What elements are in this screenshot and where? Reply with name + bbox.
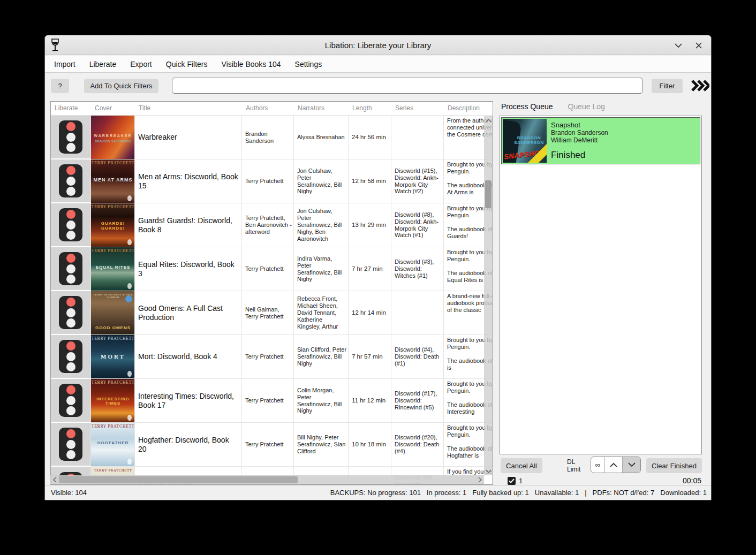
- cover-author-text: TERRY PRATCHETT: [91, 469, 135, 473]
- help-button[interactable]: ?: [51, 79, 69, 93]
- menu-import[interactable]: Import: [47, 56, 82, 73]
- table-row[interactable]: WARBREAKER BRANDON SANDERSON Warbreaker …: [51, 116, 493, 159]
- red-light: [66, 254, 75, 263]
- col-header-cover[interactable]: Cover: [91, 102, 135, 115]
- cover-title-text: EQUAL RITES: [91, 265, 135, 270]
- table-row[interactable]: TERRY PRATCHETT HOGFATHER Hogfather: Dis…: [51, 423, 493, 467]
- cover-subtitle-text: BRANDON SANDERSON: [91, 140, 135, 143]
- grid-vertical-scrollbar[interactable]: [484, 116, 493, 475]
- cover-cell: WARBREAKER BRANDON SANDERSON: [91, 116, 135, 159]
- length-cell: 7 hr 27 min: [349, 247, 391, 291]
- filter-button[interactable]: Filter: [652, 79, 683, 93]
- menu-visible-books[interactable]: Visible Books 104: [215, 56, 288, 73]
- title-cell: Good Omens: A Full Cast Production: [135, 291, 242, 335]
- table-row[interactable]: TERRY PRATCHETT EQUAL RITES Equal Rites:…: [51, 247, 493, 291]
- cover-title-text: GOOD OMENS: [91, 326, 135, 331]
- liberate-status-icon[interactable]: [59, 428, 82, 461]
- green-light: [66, 275, 75, 284]
- menu-settings[interactable]: Settings: [288, 56, 329, 73]
- grid-horizontal-scrollbar[interactable]: [50, 475, 484, 484]
- liberate-cell: [51, 203, 91, 247]
- cover-cell: TERRY PRATCHETT & NEIL GAIMAN GOOD OMENS: [91, 291, 135, 335]
- menu-liberate[interactable]: Liberate: [82, 56, 124, 73]
- tab-queue-log[interactable]: Queue Log: [568, 102, 605, 111]
- spinner-up-button[interactable]: [605, 457, 623, 473]
- menu-export[interactable]: Export: [123, 56, 158, 73]
- red-light: [66, 341, 75, 351]
- green-light: [66, 187, 75, 196]
- menu-quick-filters[interactable]: Quick Filters: [159, 56, 215, 73]
- cover-cell: TERRY PRATCHETT HOGFATHER: [91, 423, 135, 467]
- table-row[interactable]: TERRY PRATCHETT MORT Mort: Discworld, Bo…: [51, 335, 493, 379]
- green-light: [66, 450, 75, 459]
- liberate-cell: [51, 116, 91, 159]
- scroll-right-icon[interactable]: [475, 475, 484, 484]
- cover-title-text: WARBREAKER: [91, 134, 135, 138]
- queue-item-status: Finished: [551, 150, 585, 161]
- narrators-cell: Indira Varma, Peter Serafinowicz, Bill N…: [294, 247, 349, 291]
- scroll-left-icon[interactable]: [50, 475, 59, 484]
- series-cell: Discworld (#8), Discworld: Ankh-Morpork …: [391, 203, 444, 247]
- col-header-length[interactable]: Length: [349, 102, 391, 115]
- col-header-authors[interactable]: Authors: [242, 102, 294, 115]
- liberate-status-icon[interactable]: [59, 120, 82, 154]
- liberate-cell: [51, 335, 91, 379]
- vertical-scroll-thumb[interactable]: [485, 180, 492, 208]
- narrators-cell: Alyssa Bresnahan: [294, 116, 349, 159]
- series-cell: Discworld (#20), Discworld: Death (#4): [391, 423, 444, 467]
- process-queue-list: BRANDON SANDERSON SNAPSHOT Snapshot Bran…: [500, 116, 702, 454]
- series-cell: Discworld (#15), Discworld: Ankh-Morpork…: [391, 159, 444, 203]
- length-cell: 13 hr 29 min: [349, 203, 391, 247]
- liberate-status-icon[interactable]: [59, 252, 82, 285]
- window-title: Libation: Liberate your Library: [45, 41, 711, 50]
- narrators-cell: Jon Culshaw, Peter Serafinowicz, Bill Ni…: [294, 159, 349, 203]
- series-cell: Discworld (#3), Discworld: Witches (#1): [391, 247, 444, 291]
- title-cell: Men at Arms: Discworld, Book 15: [135, 159, 242, 203]
- spinner-down-button[interactable]: [623, 457, 640, 473]
- liberate-status-icon[interactable]: [59, 340, 82, 373]
- liberate-status-icon[interactable]: [59, 208, 82, 241]
- status-in-process: In process: 1: [427, 489, 466, 497]
- scroll-up-icon[interactable]: [484, 116, 493, 125]
- book-cover: TERRY PRATCHETT INTERESTING TIMES: [91, 379, 135, 423]
- col-header-description[interactable]: Description: [444, 102, 493, 115]
- cover-title-text: GUARDS! GUARDS!: [91, 222, 135, 231]
- add-to-quick-filters-button[interactable]: Add To Quick Filters: [84, 79, 158, 93]
- authors-cell: Terry Pratchett: [242, 423, 294, 467]
- wine-glass-icon: [50, 38, 61, 55]
- table-row[interactable]: TERRY PRATCHETT & NEIL GAIMAN GOOD OMENS…: [51, 291, 493, 335]
- book-cover: TERRY PRATCHETT MEN AT ARMS: [91, 159, 135, 203]
- elapsed-timer: 00:05: [683, 476, 701, 485]
- authors-cell: Neil Gaiman, Terry Pratchett: [242, 291, 294, 335]
- close-button[interactable]: [694, 41, 704, 50]
- queue-count-label: 1: [519, 477, 523, 485]
- series-cell: Discworld (#17), Discworld: Rincewind (#…: [391, 379, 444, 423]
- triple-chevron-icon[interactable]: [689, 78, 710, 94]
- search-input[interactable]: [172, 78, 643, 94]
- clear-finished-button[interactable]: Clear Finished: [646, 458, 702, 473]
- cover-author-text: TERRY PRATCHETT: [91, 337, 135, 341]
- horizontal-scroll-thumb[interactable]: [59, 476, 298, 483]
- liberate-status-icon[interactable]: [59, 296, 82, 329]
- minimize-chevron-button[interactable]: [674, 41, 683, 50]
- col-header-liberate[interactable]: Liberate: [51, 102, 91, 115]
- liberate-status-icon[interactable]: [59, 384, 82, 417]
- cover-author-text: TERRY PRATCHETT: [91, 205, 135, 209]
- tab-process-queue[interactable]: Process Queue: [501, 102, 553, 111]
- table-row[interactable]: TERRY PRATCHETT GUARDS! GUARDS! Guards! …: [51, 203, 493, 247]
- cover-author-text: TERRY PRATCHETT: [91, 424, 135, 429]
- col-header-title[interactable]: Title: [135, 102, 242, 115]
- queue-item-finished[interactable]: BRANDON SANDERSON SNAPSHOT Snapshot Bran…: [501, 117, 700, 164]
- cancel-all-button[interactable]: Cancel All: [501, 458, 542, 473]
- title-bar[interactable]: Libation: Liberate your Library: [45, 35, 711, 55]
- length-cell: 7 hr 57 min: [349, 335, 391, 379]
- col-header-series[interactable]: Series: [391, 102, 444, 115]
- yellow-light: [66, 133, 75, 142]
- table-row[interactable]: TERRY PRATCHETT MEN AT ARMS Men at Arms:…: [51, 159, 493, 203]
- cover-cell: TERRY PRATCHETT INTERESTING TIMES: [91, 379, 135, 423]
- queue-count-checkbox[interactable]: [508, 477, 516, 485]
- table-row[interactable]: TERRY PRATCHETT INTERESTING TIMES Intere…: [51, 379, 493, 423]
- liberate-status-icon[interactable]: [59, 164, 82, 197]
- scroll-down-icon[interactable]: [484, 467, 493, 475]
- col-header-narrators[interactable]: Narrators: [294, 102, 349, 115]
